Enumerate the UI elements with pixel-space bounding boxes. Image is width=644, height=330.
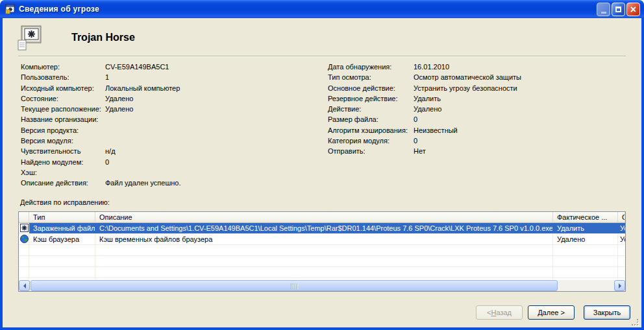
infected-file-icon bbox=[20, 224, 29, 232]
detail-value: Удалено bbox=[414, 105, 626, 115]
next-button[interactable]: Далее > bbox=[528, 305, 575, 320]
detail-label: Описание действия: bbox=[21, 179, 105, 189]
window-controls: × bbox=[597, 3, 640, 16]
detail-label: Исходный компьютер: bbox=[21, 84, 105, 95]
threat-name: Trojan Horse bbox=[71, 32, 135, 43]
row-actual-action: Удалено bbox=[553, 234, 618, 244]
detail-row: Основное действие: Устранить угрозу безо… bbox=[328, 84, 626, 95]
detail-value: Устранить угрозу безопасности bbox=[414, 84, 626, 95]
detail-value: Удалено bbox=[105, 95, 313, 105]
resize-grip[interactable] bbox=[631, 318, 639, 327]
scroll-right-icon bbox=[619, 283, 624, 289]
scroll-right-button[interactable] bbox=[614, 280, 625, 291]
maximize-icon bbox=[615, 6, 621, 12]
detail-row: Чувствительность н/д bbox=[21, 147, 313, 158]
row-icon-cell bbox=[19, 223, 29, 233]
detail-label: Найдено модулем: bbox=[21, 158, 105, 169]
minimize-button[interactable] bbox=[597, 3, 610, 16]
detail-label: Категория модуля: bbox=[328, 137, 414, 147]
detail-row: Дата обнаружения: 16.01.2010 bbox=[328, 63, 626, 73]
remediation-table: Тип Описание Фактическое ... Со... bbox=[18, 211, 626, 292]
detail-label: Название организации: bbox=[21, 115, 105, 126]
detail-row: Компьютер: CV-E59A149BA5C1 bbox=[21, 63, 313, 73]
column-header-type[interactable]: Тип bbox=[29, 212, 95, 222]
title-bar[interactable]: Сведения об угрозе × bbox=[0, 0, 644, 18]
detail-value: Нет bbox=[414, 147, 626, 158]
detail-value: CV-E59A149BA5C1 bbox=[105, 63, 313, 73]
detail-row: Версия модуля: bbox=[21, 137, 313, 147]
detail-label: Состояние: bbox=[21, 95, 105, 105]
details-left-column: Компьютер: CV-E59A149BA5C1 Пользователь:… bbox=[21, 63, 313, 190]
detail-value bbox=[105, 137, 313, 147]
column-header-actual[interactable]: Фактическое ... bbox=[553, 212, 618, 222]
back-label-accesskey: Н bbox=[491, 309, 496, 316]
detail-row: Действие: Удалено bbox=[328, 105, 626, 115]
row-type: Кэш браузера bbox=[29, 234, 95, 244]
scroll-left-button[interactable] bbox=[19, 280, 30, 291]
row-type-icon bbox=[20, 226, 29, 233]
detail-row: Размер файла: 0 bbox=[328, 115, 626, 126]
detail-row: Алгоритм хэширования: Неизвестный bbox=[328, 126, 626, 137]
close-dialog-button[interactable]: Закрыть bbox=[584, 305, 630, 320]
detail-row: Резервное действие: Удалить bbox=[328, 95, 626, 105]
detail-label: Дата обнаружения: bbox=[328, 63, 414, 73]
next-label-rest: алее > bbox=[543, 309, 565, 316]
scroll-left-icon bbox=[21, 283, 26, 289]
detail-value: 0 bbox=[414, 137, 626, 147]
detail-label: Тип осмотра: bbox=[328, 73, 414, 84]
detail-value: Файл удален успешно. bbox=[105, 179, 313, 189]
next-label-accesskey: Д bbox=[538, 309, 542, 316]
remediation-section-label: Действия по исправлению: bbox=[20, 198, 110, 206]
scrollbar-thumb[interactable] bbox=[31, 280, 558, 291]
row-state: Ус bbox=[618, 223, 625, 233]
dialog-body: Trojan Horse Компьютер: CV-E59A149BA5C1 … bbox=[3, 18, 641, 327]
detail-label: Резервное действие: bbox=[328, 95, 414, 105]
browser-cache-icon bbox=[20, 235, 29, 243]
detail-row: Версия продукта: bbox=[21, 126, 313, 137]
detail-label: Основное действие: bbox=[328, 84, 414, 95]
detail-value bbox=[105, 169, 313, 179]
detail-value bbox=[105, 126, 313, 137]
detail-value: 0 bbox=[105, 158, 313, 169]
detail-row: Отправить: Нет bbox=[328, 147, 626, 158]
back-button[interactable]: < Назад bbox=[476, 305, 523, 320]
column-header-description[interactable]: Описание bbox=[95, 212, 553, 222]
detail-value bbox=[105, 115, 313, 126]
detail-value: н/д bbox=[105, 147, 313, 158]
close-label: Закрыть bbox=[593, 309, 621, 316]
detail-label: Текущее расположение: bbox=[21, 105, 105, 115]
detail-row: Найдено модулем: 0 bbox=[21, 158, 313, 169]
detail-row: Описание действия: Файл удален успешно. bbox=[21, 179, 313, 189]
detail-value: Удалить bbox=[414, 95, 626, 105]
horizontal-scrollbar[interactable] bbox=[19, 280, 625, 291]
separator bbox=[18, 56, 626, 57]
row-description: C:\Documents and Settings\1.CV-E59A149BA… bbox=[95, 223, 553, 233]
detail-row: Состояние: Удалено bbox=[21, 95, 313, 105]
back-label-rest: азад bbox=[496, 309, 512, 316]
detail-row: Название организации: bbox=[21, 115, 313, 126]
table-row[interactable]: Кэш браузера Кэш временных файлов браузе… bbox=[19, 234, 625, 245]
maximize-button[interactable] bbox=[612, 3, 625, 16]
row-type: Зараженный файл bbox=[29, 223, 95, 233]
table-empty-area bbox=[19, 245, 625, 279]
details-right-column: Дата обнаружения: 16.01.2010 Тип осмотра… bbox=[328, 63, 626, 158]
detail-row: Хэш: bbox=[21, 169, 313, 179]
detail-label: Чувствительность bbox=[21, 147, 105, 158]
column-header-icon[interactable] bbox=[19, 212, 29, 222]
detail-label: Версия модуля: bbox=[21, 137, 105, 147]
detail-label: Хэш: bbox=[21, 169, 105, 179]
detail-value: Осмотр автоматической защиты bbox=[414, 73, 626, 84]
detail-value: Локальный компьютер bbox=[105, 84, 313, 95]
table-row[interactable]: Зараженный файл C:\Documents and Setting… bbox=[19, 223, 625, 234]
column-header-state[interactable]: Со... bbox=[618, 212, 625, 222]
detail-row: Текущее расположение: Удалено bbox=[21, 105, 313, 115]
close-button[interactable]: × bbox=[626, 3, 640, 16]
threat-icon bbox=[17, 25, 43, 52]
row-description: Кэш временных файлов браузера bbox=[95, 234, 553, 244]
detail-row: Пользователь: 1 bbox=[21, 73, 313, 84]
detail-value: Удалено bbox=[105, 105, 313, 115]
app-icon bbox=[5, 4, 16, 14]
row-type-icon bbox=[20, 237, 29, 244]
detail-row: Исходный компьютер: Локальный компьютер bbox=[21, 84, 313, 95]
detail-label: Отправить: bbox=[328, 147, 414, 158]
